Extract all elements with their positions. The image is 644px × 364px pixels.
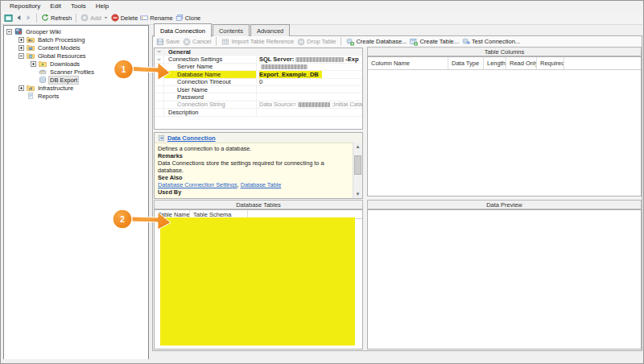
menu-item-tools[interactable]: Tools (66, 1, 91, 11)
help-text: Defines a connection to a database. (158, 145, 349, 152)
property-label: General (164, 48, 357, 55)
help-body: Defines a connection to a database.Remar… (155, 143, 362, 196)
property-value-cell[interactable]: Data Source=;Initial Cata (257, 101, 362, 108)
test-connection-icon (462, 38, 470, 46)
property-name-cell: Description (164, 109, 257, 115)
property-name-cell: Connection Settings (164, 56, 257, 62)
help-link-database-table[interactable]: Database Table (241, 181, 282, 188)
tree-item-label: Batch Processing (36, 36, 86, 43)
data-preview-caption: Data Preview (486, 201, 522, 209)
property-grid[interactable]: GeneralConnection SettingsSQL Server: -E… (154, 48, 363, 130)
property-label: User Name (164, 86, 256, 93)
tree-item-reports[interactable]: Reports (4, 92, 148, 100)
property-name-cell: Connection String (164, 101, 257, 108)
add-button[interactable]: Add (80, 14, 108, 22)
tab-contents[interactable]: Contents (213, 24, 250, 36)
tab-advanced[interactable]: Advanced (250, 24, 290, 36)
annotation-highlight-rect (160, 217, 355, 345)
folder-download-icon (39, 60, 47, 68)
property-row-database-name[interactable]: Database NameExport_Example_DB (155, 71, 362, 78)
help-text: Data Connections store the settings requ… (158, 159, 349, 174)
refresh-label: Refresh (51, 14, 72, 22)
column-header-read-only[interactable]: Read Only (506, 57, 537, 69)
menu-item-help[interactable]: Help (91, 1, 114, 11)
help-heading: See Also (158, 174, 349, 181)
help-link-database-connection-settings[interactable]: Database Connection Settings (158, 181, 237, 188)
delete-button[interactable]: Delete (111, 14, 138, 22)
property-value-cell[interactable]: SQL Server: -Exp (257, 56, 362, 62)
tree-expander-plus[interactable] (19, 85, 24, 91)
property-name-cell: User Name (164, 86, 257, 93)
tree-item-label: Scanner Profiles (48, 68, 96, 76)
save-button[interactable]: Save (156, 38, 180, 46)
property-value-cell[interactable] (257, 109, 362, 115)
property-value-cell[interactable] (257, 64, 362, 70)
rename-label: Rename (150, 14, 172, 22)
tree-item-label: Infrastructure (36, 85, 75, 92)
drop-table-button[interactable]: Drop Table (297, 38, 336, 46)
property-value-cell[interactable] (257, 93, 362, 100)
test-connection-button[interactable]: Test Connection... (462, 38, 520, 46)
tree-item-content-models[interactable]: Content Models (4, 43, 148, 52)
import-table-icon (221, 38, 229, 46)
table-columns-header: Column NameData TypeLengthRead OnlyRequi… (368, 57, 641, 70)
menu-bar: RepositoryEditToolsHelp (2, 1, 642, 11)
help-scrollbar[interactable]: ▲ ▼ (353, 143, 362, 198)
tree-expander-plus[interactable] (31, 61, 36, 67)
property-row-connection-settings[interactable]: Connection SettingsSQL Server: -Exp (155, 56, 362, 63)
property-row-connection-timeout[interactable]: Connection Timeout0 (155, 79, 362, 86)
action-label: Import Table Reference (231, 38, 294, 45)
tree-item-label: Grooper Wiki (24, 28, 63, 35)
tree-expander-plus[interactable] (19, 45, 24, 51)
property-value-text: ;Initial Cata (332, 101, 362, 108)
column-header-required[interactable]: Required (537, 57, 564, 69)
property-value-cell[interactable] (257, 86, 362, 93)
property-value-cell[interactable]: 0 (257, 79, 362, 85)
property-row-password[interactable]: Password (155, 93, 362, 101)
property-row-general[interactable]: General (155, 48, 362, 56)
property-name-cell: Server Name (164, 64, 257, 70)
menu-item-edit[interactable]: Edit (45, 1, 66, 11)
help-title-link[interactable]: Data Connection (167, 134, 216, 142)
scroll-thumb[interactable] (354, 155, 361, 175)
table-columns-panel[interactable]: Column NameData TypeLengthRead OnlyRequi… (367, 56, 642, 196)
action-label: Test Connection... (472, 38, 520, 45)
tab-data-connection[interactable]: Data Connection (154, 23, 212, 37)
property-row-description[interactable]: Description (155, 109, 362, 116)
tree-expander-minus[interactable] (6, 29, 12, 35)
property-name-cell: General (164, 48, 357, 55)
navigator-window-icon[interactable] (4, 14, 13, 23)
property-gutter (155, 101, 164, 108)
property-row-server-name[interactable]: Server Name (155, 64, 362, 71)
column-header-length[interactable]: Length (484, 57, 506, 69)
refresh-button[interactable]: Refresh (41, 14, 72, 22)
back-arrow-icon[interactable] (15, 14, 23, 22)
property-row-user-name[interactable]: User Name (155, 86, 362, 93)
property-value-cell[interactable]: Export_Example_DB (257, 71, 362, 77)
menu-item-repository[interactable]: Repository (5, 1, 45, 11)
import-table-reference-button[interactable]: Import Table Reference (221, 38, 294, 46)
column-header-column-name[interactable]: Column Name (368, 57, 448, 69)
callout-1-number: 1 (122, 65, 126, 74)
tree-expander-plus[interactable] (19, 37, 24, 43)
database-icon (39, 76, 47, 84)
scroll-down-icon[interactable]: ▼ (353, 190, 362, 198)
action-label: Drop Table (307, 38, 336, 45)
scroll-up-icon[interactable]: ▲ (353, 143, 362, 151)
property-gutter (155, 109, 164, 115)
forward-arrow-icon[interactable] (25, 14, 32, 22)
main-toolbar: Refresh Add Delete Rename Clone (2, 11, 642, 25)
property-name-cell: Connection Timeout (164, 79, 257, 85)
tree-item-batch-processing[interactable]: Batch Processing (4, 35, 148, 43)
tree-item-grooper-wiki[interactable]: Grooper Wiki (4, 27, 148, 35)
column-header-data-type[interactable]: Data Type (448, 57, 484, 69)
tree-expander-minus[interactable] (19, 53, 24, 59)
rename-button[interactable]: Rename (140, 14, 172, 22)
property-row-connection-string[interactable]: Connection StringData Source=;Initial Ca… (155, 101, 362, 109)
cancel-button[interactable]: Cancel (183, 38, 211, 46)
create-database-button[interactable]: Create Database... (346, 38, 407, 46)
create-table-button[interactable]: Create Table... (410, 38, 459, 46)
tree-item-label: Global Resources (36, 52, 88, 60)
redacted-value (295, 57, 344, 62)
clone-button[interactable]: Clone (175, 14, 201, 22)
